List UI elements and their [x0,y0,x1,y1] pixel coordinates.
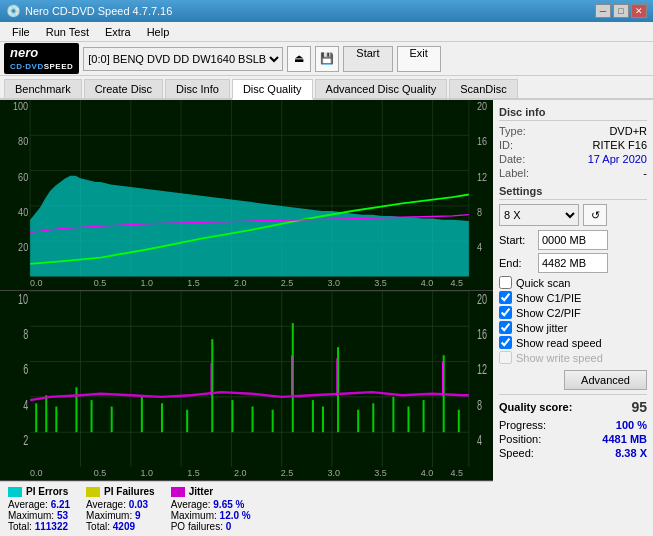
pi-errors-maximum: Maximum: 53 [8,510,70,521]
top-x-axis: 0.0 0.5 1.0 1.5 2.0 2.5 3.0 3.5 4.0 4.5 [0,277,493,291]
show-read-speed-row: Show read speed [499,336,647,349]
app-icon: 💿 [6,4,21,18]
po-failures: PO failures: 0 [171,521,251,532]
minimize-button[interactable]: ─ [595,4,611,18]
advanced-btn-container: Advanced [499,368,647,390]
svg-rect-50 [45,395,47,432]
maximize-button[interactable]: □ [613,4,629,18]
bx-label-2: 2.0 [217,468,264,478]
show-c2-label: Show C2/PIF [516,307,581,319]
tab-scan-disc[interactable]: ScanDisc [449,79,517,98]
pi-errors-total-label: Total: [8,521,32,532]
app-title: Nero CD-DVD Speed 4.7.7.16 [25,5,172,17]
refresh-icon: ↺ [591,209,600,222]
x-label-2: 2.0 [217,278,264,288]
disc-date-label: Date: [499,153,525,165]
jitter-max-val: 12.0 % [220,510,251,521]
drive-select[interactable]: [0:0] BENQ DVD DD DW1640 BSLB [83,47,283,71]
svg-rect-67 [372,403,374,432]
x-label-35: 3.5 [357,278,404,288]
svg-text:100: 100 [13,100,28,112]
title-bar: 💿 Nero CD-DVD Speed 4.7.7.16 ─ □ ✕ [0,0,653,22]
menu-extra[interactable]: Extra [97,24,139,40]
menu-run-test[interactable]: Run Test [38,24,97,40]
quality-score-value: 95 [631,399,647,415]
show-jitter-checkbox[interactable] [499,321,512,334]
menu-file[interactable]: File [4,24,38,40]
tab-create-disc[interactable]: Create Disc [84,79,163,98]
x-label-4: 4.0 [404,278,451,288]
po-failures-val: 0 [226,521,232,532]
end-label: End: [499,257,534,269]
svg-rect-63 [312,400,314,432]
speed-value: 8.38 X [615,447,647,459]
bx-label-25: 2.5 [264,468,311,478]
tab-disc-info[interactable]: Disc Info [165,79,230,98]
svg-text:20: 20 [18,241,28,253]
show-write-speed-checkbox [499,351,512,364]
pi-errors-max-val: 53 [57,510,68,521]
quick-scan-row: Quick scan [499,276,647,289]
eject-button[interactable]: ⏏ [287,46,311,72]
svg-rect-49 [35,403,37,432]
settings-section: Settings 8 X Max 4 X 16 X ↺ Start: End: [499,185,647,390]
svg-text:8: 8 [477,206,482,218]
svg-text:8: 8 [477,396,482,413]
speed-select[interactable]: 8 X Max 4 X 16 X [499,204,579,226]
start-label: Start: [499,234,534,246]
show-jitter-label: Show jitter [516,322,567,334]
svg-text:4: 4 [23,396,28,413]
progress-value: 100 % [616,419,647,431]
po-failures-label: PO failures: [171,521,223,532]
x-label-25: 2.5 [264,278,311,288]
svg-rect-57 [186,409,188,431]
svg-rect-64 [322,406,324,432]
show-c2-row: Show C2/PIF [499,306,647,319]
disc-info-title: Disc info [499,106,647,121]
end-input[interactable] [538,253,608,273]
show-read-speed-checkbox[interactable] [499,336,512,349]
svg-rect-68 [392,396,394,431]
tab-benchmark[interactable]: Benchmark [4,79,82,98]
svg-text:4: 4 [477,241,482,253]
pi-failures-maximum: Maximum: 9 [86,510,155,521]
jitter-avg-label: Average: [171,499,211,510]
refresh-button[interactable]: ↺ [583,204,607,226]
pi-failures-max-label: Maximum: [86,510,132,521]
quick-scan-checkbox[interactable] [499,276,512,289]
svg-rect-51 [55,406,57,432]
disc-date-row: Date: 17 Apr 2020 [499,153,647,165]
exit-button[interactable]: Exit [397,46,441,72]
bottom-chart-svg: 10 8 6 4 2 20 16 12 8 4 [0,291,493,468]
show-c1-checkbox[interactable] [499,291,512,304]
progress-label: Progress: [499,419,546,431]
main-content: 100 80 60 40 20 20 16 12 8 4 [0,100,653,536]
svg-rect-66 [357,409,359,431]
tab-disc-quality[interactable]: Disc Quality [232,79,313,100]
tab-bar: Benchmark Create Disc Disc Info Disc Qua… [0,76,653,100]
svg-rect-52 [75,387,77,432]
position-row: Position: 4481 MB [499,433,647,445]
menu-help[interactable]: Help [139,24,178,40]
tab-advanced-disc-quality[interactable]: Advanced Disc Quality [315,79,448,98]
svg-text:40: 40 [18,206,28,218]
bx-label-05: 0.5 [77,468,124,478]
start-input[interactable] [538,230,608,250]
disc-label-label: Label: [499,167,529,179]
advanced-button[interactable]: Advanced [564,370,647,390]
save-button[interactable]: 💾 [315,46,339,72]
show-c2-checkbox[interactable] [499,306,512,319]
pi-failures-label: PI Failures [104,486,155,497]
quality-score-row: Quality score: 95 [499,394,647,415]
bx-label-4: 4.0 [404,468,451,478]
svg-text:16: 16 [477,135,487,147]
bottom-chart: 10 8 6 4 2 20 16 12 8 4 [0,291,493,468]
settings-title: Settings [499,185,647,200]
svg-rect-59 [231,400,233,432]
pi-failures-average: Average: 0.03 [86,499,155,510]
bx-label-15: 1.5 [170,468,217,478]
close-button[interactable]: ✕ [631,4,647,18]
pi-errors-max-label: Maximum: [8,510,54,521]
toolbar: nero CD·DVDSPEED [0:0] BENQ DVD DD DW164… [0,42,653,76]
start-button[interactable]: Start [343,46,392,72]
